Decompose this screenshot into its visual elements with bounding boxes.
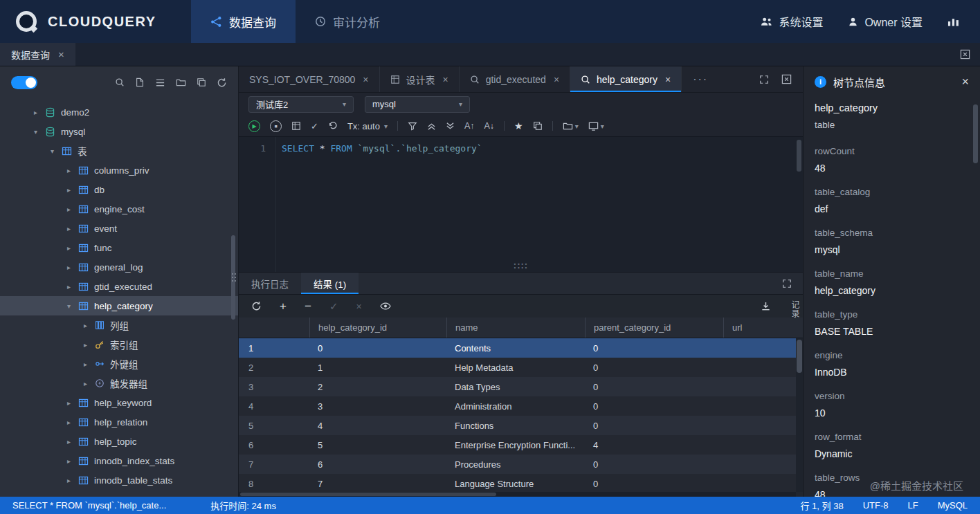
- table-row[interactable]: 65Enterprise Encryption Functi...4: [239, 435, 796, 455]
- list-view-icon[interactable]: [155, 77, 165, 88]
- data-cell[interactable]: 7: [309, 474, 446, 493]
- chevron-down-icon[interactable]: ▾: [32, 128, 39, 136]
- fullscreen-icon[interactable]: [759, 75, 769, 84]
- close-icon[interactable]: ×: [363, 74, 368, 85]
- status-cursor-position[interactable]: 行 1, 列 38: [801, 499, 844, 512]
- chevron-down-icon[interactable]: ▾: [48, 147, 56, 155]
- data-cell[interactable]: 2: [309, 377, 446, 396]
- editor-tab-gtid-executed[interactable]: gtid_executed×: [460, 66, 570, 92]
- tree-item-help_keyword[interactable]: ▸help_keyword: [0, 393, 238, 412]
- data-cell[interactable]: [723, 474, 796, 493]
- format-sql-button[interactable]: [408, 121, 417, 131]
- chevron-right-icon[interactable]: ▸: [65, 244, 73, 252]
- copy-icon[interactable]: [197, 77, 206, 87]
- tree-item-tables-group[interactable]: ▾表: [0, 141, 238, 160]
- chevron-right-icon[interactable]: ▸: [82, 322, 89, 329]
- top-tab-audit-analysis[interactable]: 审计分析: [296, 0, 399, 43]
- tx-mode-select[interactable]: Tx: auto ▾: [347, 121, 388, 131]
- data-cell[interactable]: Help Metadata: [446, 358, 585, 377]
- add-row-button[interactable]: +: [280, 300, 287, 313]
- data-cell[interactable]: 0: [585, 474, 723, 493]
- column-header-rownum[interactable]: [239, 318, 309, 338]
- data-cell[interactable]: Administration: [446, 396, 585, 416]
- row-number-cell[interactable]: 5: [239, 416, 309, 435]
- copy-sql-button[interactable]: [533, 121, 543, 131]
- status-eol[interactable]: LF: [907, 500, 918, 511]
- row-number-cell[interactable]: 1: [239, 338, 309, 358]
- tree-item-demo2[interactable]: ▸demo2: [0, 102, 238, 122]
- editor-scrollbar[interactable]: [797, 140, 801, 172]
- table-row[interactable]: 87Language Structure0: [239, 474, 796, 493]
- data-cell[interactable]: [723, 416, 796, 435]
- tree-item-help_relation[interactable]: ▸help_relation: [0, 412, 238, 432]
- chevron-right-icon[interactable]: ▸: [65, 205, 73, 213]
- data-cell[interactable]: 6: [309, 455, 446, 474]
- status-dialect[interactable]: MySQL: [938, 500, 968, 511]
- data-cell[interactable]: Procedures: [446, 455, 585, 474]
- chevron-right-icon[interactable]: ▸: [65, 264, 73, 271]
- schema-select[interactable]: mysql ▾: [365, 96, 470, 113]
- table-row[interactable]: 21Help Metadata0: [239, 358, 796, 377]
- tree-item-help_category[interactable]: ▾help_category: [0, 296, 238, 315]
- data-cell[interactable]: [723, 455, 796, 474]
- info-panel-scrollbar[interactable]: [973, 104, 978, 163]
- font-decrease-button[interactable]: A↓: [484, 121, 495, 131]
- refresh-results-button[interactable]: [251, 301, 262, 311]
- data-cell[interactable]: Contents: [446, 338, 585, 358]
- chevron-down-icon[interactable]: ▾: [65, 302, 73, 310]
- data-cell[interactable]: 0: [585, 338, 723, 358]
- apply-changes-button[interactable]: ✓: [329, 300, 338, 313]
- usage-stats[interactable]: [947, 17, 959, 26]
- data-cell[interactable]: 0: [585, 416, 723, 435]
- grid-horizontal-scrollbar[interactable]: [239, 492, 796, 497]
- close-icon[interactable]: ×: [443, 74, 448, 85]
- column-header-name[interactable]: name: [446, 318, 585, 338]
- folder-icon[interactable]: [176, 77, 186, 88]
- editor-tab-help-category[interactable]: help_category×: [570, 66, 682, 92]
- row-number-cell[interactable]: 2: [239, 358, 309, 377]
- sql-editor[interactable]: 1 SELECT * FROM `mysql`.`help_category` …: [239, 137, 803, 273]
- tree-item-innodb_index_stats[interactable]: ▸innodb_index_stats: [0, 451, 238, 470]
- tree-item-func[interactable]: ▸func: [0, 238, 238, 257]
- splitter-handle[interactable]: ::::: [514, 260, 528, 270]
- data-cell[interactable]: 5: [309, 435, 446, 455]
- close-editor-icon[interactable]: [781, 74, 792, 84]
- tree-item-foreign-keys-group[interactable]: ▸外键组: [0, 354, 238, 374]
- fullscreen-icon[interactable]: [782, 279, 792, 288]
- chevron-right-icon[interactable]: ▸: [65, 399, 73, 407]
- system-settings[interactable]: 系统设置: [761, 13, 823, 30]
- chevron-right-icon[interactable]: ▸: [65, 167, 73, 174]
- data-cell[interactable]: 0: [585, 377, 723, 396]
- table-row[interactable]: 54Functions0: [239, 416, 796, 435]
- workspace-tab-data-query[interactable]: 数据查询 ×: [0, 43, 75, 66]
- data-cell[interactable]: [723, 358, 796, 377]
- chevron-right-icon[interactable]: ▸: [65, 225, 73, 232]
- layout-button[interactable]: ▾: [588, 121, 604, 131]
- tree-item-event[interactable]: ▸event: [0, 219, 238, 238]
- tree-item-help_topic[interactable]: ▸help_topic: [0, 432, 238, 451]
- data-cell[interactable]: Data Types: [446, 377, 585, 396]
- close-icon[interactable]: ×: [665, 74, 671, 85]
- tree-item-columns_priv[interactable]: ▸columns_priv: [0, 160, 238, 180]
- run-query-button[interactable]: ▶: [248, 120, 260, 132]
- table-row[interactable]: 32Data Types0: [239, 377, 796, 396]
- close-icon[interactable]: ×: [961, 75, 969, 89]
- tree-item-db[interactable]: ▸db: [0, 180, 238, 199]
- table-row[interactable]: 43Administration0: [239, 396, 796, 416]
- collapse-all-button[interactable]: [427, 122, 436, 131]
- export-results-button[interactable]: [761, 301, 771, 311]
- table-row[interactable]: 76Procedures0: [239, 455, 796, 474]
- cancel-changes-button[interactable]: ×: [356, 301, 361, 312]
- execution-plan-button[interactable]: [291, 121, 301, 131]
- rollback-button[interactable]: [328, 121, 338, 131]
- status-encoding[interactable]: UTF-8: [863, 500, 889, 511]
- close-panel-icon[interactable]: [960, 49, 970, 59]
- favorite-button[interactable]: ★: [514, 120, 523, 131]
- more-tabs-button[interactable]: ···: [682, 66, 719, 92]
- delete-row-button[interactable]: −: [305, 300, 311, 313]
- editor-tab-sys-iot-over-70800[interactable]: SYS_IOT_OVER_70800×: [239, 66, 380, 92]
- save-to-folder-button[interactable]: ▾: [563, 121, 579, 131]
- database-select[interactable]: 测试库2 ▾: [248, 96, 354, 113]
- data-cell[interactable]: Language Structure: [446, 474, 585, 493]
- chevron-right-icon[interactable]: ▸: [65, 283, 73, 291]
